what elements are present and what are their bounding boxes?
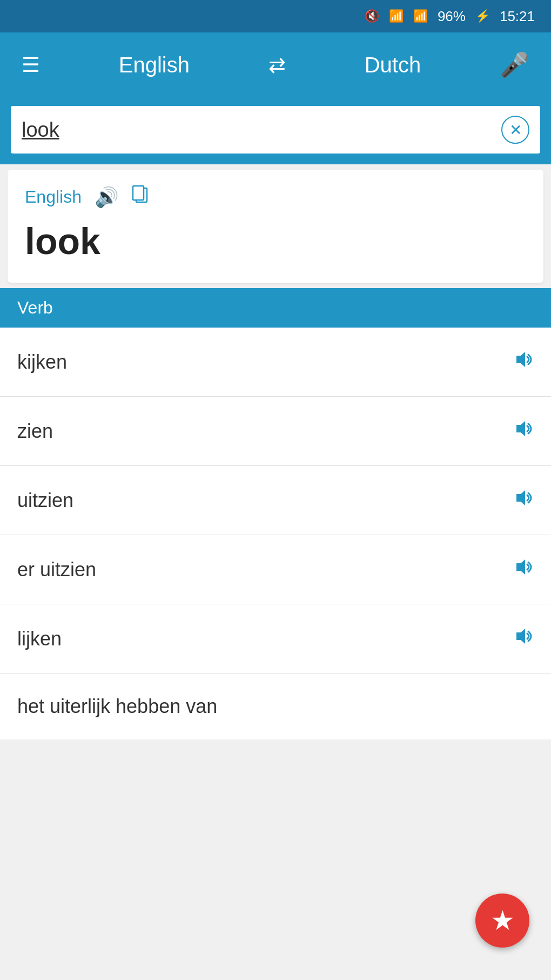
verb-label: Verb (17, 298, 53, 317)
translation-word: zien (17, 420, 53, 443)
translation-list: kijken zien uitzien er uitzien lijken (0, 328, 551, 739)
microphone-icon[interactable]: 🎤 (500, 51, 529, 79)
toolbar: ☰ English ⇄ Dutch 🎤 (0, 32, 551, 97)
translation-item[interactable]: er uitzien (0, 535, 551, 604)
battery-icon: ⚡ (475, 9, 490, 23)
copy-source-icon[interactable] (132, 185, 149, 209)
translation-word: het uiterlijk hebben van (17, 695, 217, 718)
clear-icon: ✕ (509, 121, 522, 139)
translation-item[interactable]: kijken (0, 328, 551, 397)
sound-icon[interactable] (513, 488, 534, 513)
search-bar: ✕ (0, 97, 551, 164)
translation-word: lijken (17, 628, 62, 650)
mute-icon: 🔇 (365, 9, 379, 23)
sound-icon[interactable] (513, 349, 534, 375)
wifi-icon: 📶 (389, 9, 404, 23)
swap-languages-button[interactable]: ⇄ (268, 53, 286, 77)
translation-item[interactable]: het uiterlijk hebben van (0, 674, 551, 739)
source-card: English 🔊 look (8, 170, 543, 283)
status-bar: 🔇 📶 📶 96% ⚡ 15:21 (0, 0, 551, 32)
clear-button[interactable]: ✕ (501, 116, 529, 144)
star-icon: ★ (490, 905, 515, 936)
source-card-header: English 🔊 (25, 185, 526, 209)
signal-icon: 📶 (413, 9, 428, 23)
battery-level: 96% (438, 8, 466, 25)
source-lang-label: English (25, 187, 82, 207)
sound-icon[interactable] (513, 418, 534, 444)
target-language-button[interactable]: Dutch (365, 53, 421, 77)
svg-marker-6 (516, 629, 525, 644)
translation-item[interactable]: uitzien (0, 466, 551, 535)
favorites-fab[interactable]: ★ (475, 894, 529, 948)
svg-marker-4 (516, 490, 525, 505)
verb-section-header: Verb (0, 288, 551, 328)
translation-item[interactable]: lijken (0, 604, 551, 674)
translation-item[interactable]: zien (0, 397, 551, 466)
svg-marker-3 (516, 421, 525, 436)
menu-icon[interactable]: ☰ (22, 53, 40, 77)
svg-marker-5 (516, 559, 525, 575)
sound-icon[interactable] (513, 557, 534, 582)
search-input-wrapper: ✕ (11, 106, 540, 154)
sound-icon[interactable] (513, 626, 534, 651)
clock: 15:21 (500, 8, 535, 25)
translation-word: kijken (17, 351, 67, 374)
speak-source-icon[interactable]: 🔊 (95, 186, 119, 209)
source-word: look (25, 220, 526, 262)
search-input[interactable] (22, 118, 495, 142)
svg-rect-1 (133, 186, 144, 200)
svg-marker-2 (516, 352, 525, 367)
translation-word: uitzien (17, 489, 73, 512)
source-language-button[interactable]: English (119, 53, 190, 77)
translation-word: er uitzien (17, 558, 96, 581)
